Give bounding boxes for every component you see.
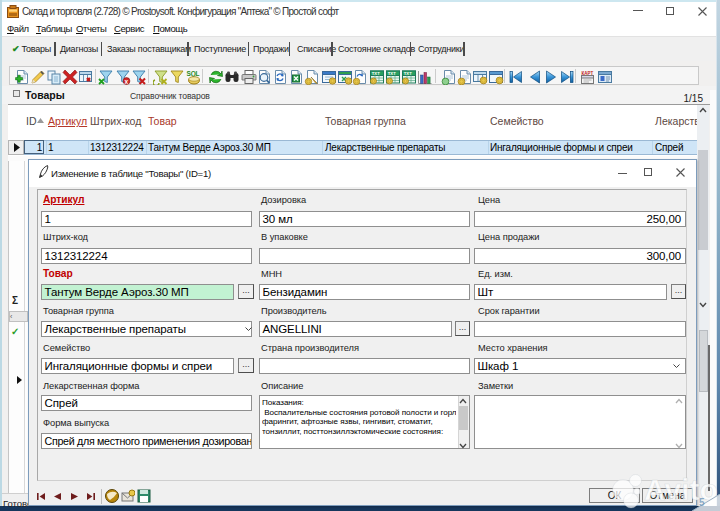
svg-text:TXT: TXT	[403, 71, 411, 76]
svg-text:5: 5	[699, 497, 705, 508]
svg-text:КАРТ: КАРТ	[581, 71, 593, 76]
svg-text:TXT: TXT	[387, 71, 395, 76]
svg-text:TXT: TXT	[371, 71, 379, 76]
svg-text:x: x	[124, 78, 128, 85]
